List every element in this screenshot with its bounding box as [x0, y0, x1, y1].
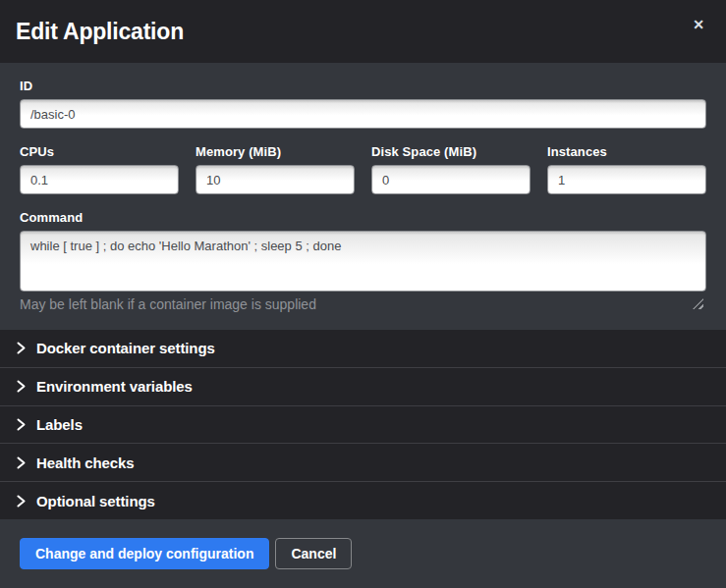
- command-label: Command: [20, 210, 706, 225]
- change-and-deploy-button[interactable]: Change and deploy configuration: [20, 538, 269, 569]
- accordion-sections: Docker container settings Environment va…: [0, 330, 726, 519]
- memory-input[interactable]: [195, 165, 355, 194]
- modal-header: Edit Application ✕: [0, 0, 726, 63]
- cpus-input[interactable]: [20, 165, 179, 194]
- cpus-label: CPUs: [20, 144, 179, 159]
- command-field-group: Command while [ true ] ; do echo 'Hello …: [20, 210, 706, 312]
- disk-field-group: Disk Space (MiB): [371, 144, 531, 194]
- instances-label: Instances: [547, 144, 706, 159]
- chevron-right-icon: [16, 380, 27, 393]
- instances-input[interactable]: [547, 165, 706, 194]
- chevron-right-icon: [16, 342, 27, 354]
- chevron-right-icon: [16, 495, 27, 508]
- chevron-right-icon: [16, 418, 27, 431]
- chevron-right-icon: [16, 456, 27, 469]
- instances-field-group: Instances: [547, 144, 706, 194]
- edit-application-modal: Edit Application ✕ ID CPUs Memory (MiB) …: [0, 0, 726, 588]
- section-label: Labels: [36, 416, 83, 433]
- close-icon[interactable]: ✕: [687, 14, 710, 35]
- section-label: Health checks: [36, 454, 135, 471]
- section-health-checks[interactable]: Health checks: [0, 444, 726, 482]
- command-help-text: May be left blank if a container image i…: [20, 296, 706, 312]
- section-environment-variables[interactable]: Environment variables: [0, 368, 726, 406]
- modal-title: Edit Application: [16, 19, 184, 45]
- memory-field-group: Memory (MiB): [195, 144, 355, 194]
- edit-application-form: ID CPUs Memory (MiB) Disk Space (MiB) In…: [0, 63, 726, 330]
- modal-footer: Change and deploy configuration Cancel: [0, 519, 726, 588]
- section-docker-container-settings[interactable]: Docker container settings: [0, 330, 726, 368]
- id-input[interactable]: [20, 99, 706, 129]
- disk-label: Disk Space (MiB): [371, 144, 531, 159]
- cpus-field-group: CPUs: [20, 144, 179, 194]
- memory-label: Memory (MiB): [195, 144, 355, 159]
- section-optional-settings[interactable]: Optional settings: [0, 482, 726, 519]
- section-label: Optional settings: [36, 493, 155, 509]
- id-field-group: ID: [20, 79, 706, 129]
- section-label: Environment variables: [36, 378, 193, 395]
- cancel-button[interactable]: Cancel: [275, 538, 352, 569]
- section-labels[interactable]: Labels: [0, 406, 726, 445]
- disk-input[interactable]: [371, 165, 531, 194]
- section-label: Docker container settings: [36, 340, 215, 356]
- resources-row: CPUs Memory (MiB) Disk Space (MiB) Insta…: [20, 144, 706, 194]
- id-label: ID: [20, 79, 706, 93]
- command-textarea[interactable]: while [ true ] ; do echo 'Hello Marathon…: [20, 231, 706, 292]
